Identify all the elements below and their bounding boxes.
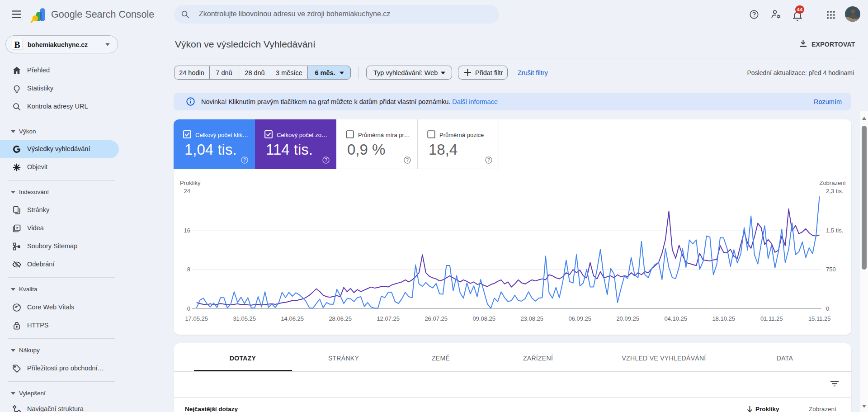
svg-text:06.09.25: 06.09.25 bbox=[568, 315, 591, 322]
svg-text:0: 0 bbox=[826, 305, 829, 312]
svg-text:8: 8 bbox=[187, 266, 190, 273]
svg-text:01.11.25: 01.11.25 bbox=[760, 315, 783, 322]
svg-text:09.08.25: 09.08.25 bbox=[472, 315, 495, 322]
svg-text:16: 16 bbox=[184, 227, 190, 234]
svg-text:24: 24 bbox=[184, 188, 190, 194]
svg-text:23.08.25: 23.08.25 bbox=[520, 315, 543, 322]
svg-text:2,3 tis.: 2,3 tis. bbox=[826, 188, 843, 194]
svg-text:12.07.25: 12.07.25 bbox=[377, 315, 400, 322]
svg-text:31.05.25: 31.05.25 bbox=[233, 315, 256, 322]
svg-text:0: 0 bbox=[187, 305, 190, 312]
svg-text:14.06.25: 14.06.25 bbox=[281, 315, 304, 322]
svg-text:750: 750 bbox=[826, 266, 836, 273]
svg-text:1,5 tis.: 1,5 tis. bbox=[826, 227, 843, 234]
svg-text:18.10.25: 18.10.25 bbox=[712, 315, 735, 322]
svg-text:20.09.25: 20.09.25 bbox=[616, 315, 639, 322]
svg-text:15.11.25: 15.11.25 bbox=[808, 315, 831, 322]
svg-text:Zobrazení: Zobrazení bbox=[819, 180, 846, 186]
svg-text:28.06.25: 28.06.25 bbox=[329, 315, 352, 322]
svg-text:17.05.25: 17.05.25 bbox=[185, 315, 208, 322]
svg-text:26.07.25: 26.07.25 bbox=[425, 315, 448, 322]
svg-text:04.10.25: 04.10.25 bbox=[664, 315, 687, 322]
svg-text:Prokliky: Prokliky bbox=[180, 180, 201, 186]
